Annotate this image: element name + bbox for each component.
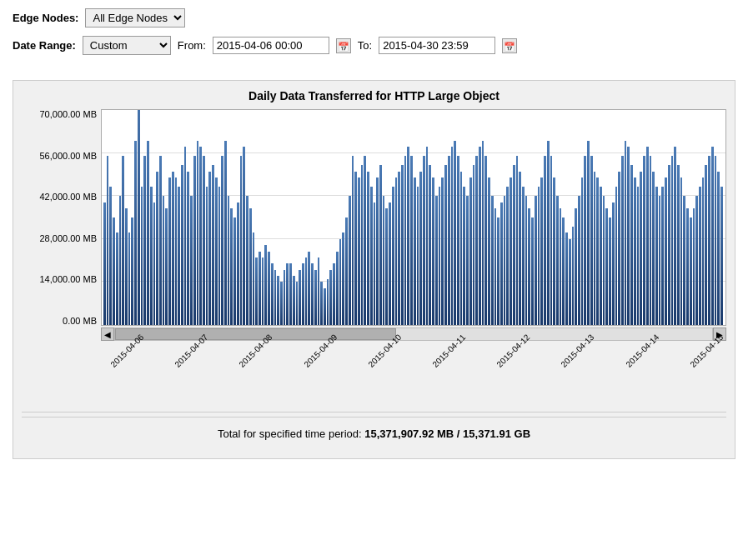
- bar: [479, 147, 481, 325]
- bar: [444, 165, 447, 325]
- y-axis-label: 42,000.00 MB: [40, 192, 98, 202]
- bar: [429, 165, 431, 325]
- bar: [621, 156, 624, 325]
- bar: [224, 141, 227, 325]
- bar: [364, 156, 366, 325]
- bar: [215, 178, 218, 325]
- bar: [690, 218, 692, 325]
- bar: [417, 187, 419, 325]
- bar: [178, 187, 180, 325]
- bar: [528, 208, 530, 325]
- bar: [165, 208, 168, 325]
- bar: [407, 147, 409, 325]
- bar: [590, 156, 593, 325]
- from-calendar-icon[interactable]: 📅: [336, 38, 351, 53]
- bar: [243, 147, 245, 325]
- bars-wrapper: [102, 110, 725, 325]
- bar: [605, 208, 608, 325]
- bar: [206, 187, 208, 325]
- bar: [637, 187, 640, 325]
- bar: [506, 187, 509, 325]
- bar: [435, 196, 438, 325]
- bar: [708, 156, 710, 325]
- bar: [693, 208, 695, 325]
- bar: [562, 218, 565, 325]
- bar: [695, 196, 698, 325]
- bar: [143, 156, 146, 325]
- bar: [705, 165, 707, 325]
- footer-divider: [22, 412, 726, 412]
- bar: [565, 232, 568, 325]
- bar: [715, 156, 717, 325]
- bar: [320, 282, 323, 325]
- bar: [125, 208, 128, 325]
- bar: [240, 156, 243, 325]
- bar: [720, 187, 723, 325]
- to-label: To:: [358, 39, 372, 52]
- bar: [271, 263, 274, 325]
- bar: [640, 172, 642, 325]
- total-line: Total for specified time period: 15,371,…: [22, 417, 726, 450]
- bar: [221, 156, 223, 325]
- bar: [661, 187, 664, 325]
- bar: [510, 178, 512, 325]
- bar: [296, 282, 299, 325]
- from-label: From:: [178, 39, 206, 52]
- bar: [208, 172, 211, 325]
- y-axis-label: 28,000.00 MB: [40, 233, 98, 243]
- bar: [367, 172, 369, 325]
- to-input[interactable]: [379, 37, 495, 54]
- to-calendar-icon[interactable]: 📅: [502, 38, 517, 53]
- bar: [218, 187, 221, 325]
- bar: [540, 178, 543, 325]
- bar: [168, 178, 171, 325]
- bar: [379, 165, 382, 325]
- bar: [274, 270, 277, 325]
- from-input[interactable]: [213, 37, 329, 54]
- date-range-select[interactable]: Custom Last 7 Days Last 30 Days This Mon…: [83, 36, 171, 55]
- bar: [627, 147, 630, 325]
- bar: [550, 156, 553, 325]
- bar: [488, 178, 490, 325]
- bar: [699, 187, 701, 325]
- bar: [230, 208, 233, 325]
- edge-nodes-select[interactable]: All Edge Nodes: [85, 8, 185, 28]
- scrollbar-thumb[interactable]: [115, 328, 396, 340]
- bar: [404, 156, 407, 325]
- bar: [264, 245, 267, 325]
- bar: [324, 288, 326, 325]
- bar: [107, 156, 109, 325]
- bar: [423, 156, 425, 325]
- bar: [302, 263, 304, 325]
- bar: [432, 178, 434, 325]
- bar: [525, 196, 528, 325]
- bar: [318, 258, 320, 325]
- bar: [116, 232, 118, 325]
- bar: [711, 147, 714, 325]
- bar: [625, 141, 627, 325]
- bar: [482, 141, 484, 325]
- bar: [299, 270, 301, 325]
- y-axis-label: 56,000.00 MB: [40, 151, 98, 161]
- bar: [339, 239, 342, 325]
- scroll-left-arrow[interactable]: ◀: [101, 328, 114, 341]
- bar: [159, 156, 162, 325]
- bar: [615, 187, 618, 325]
- bar: [314, 270, 317, 325]
- bar: [630, 165, 633, 325]
- bar: [634, 178, 636, 325]
- bar: [308, 252, 310, 325]
- bar: [578, 196, 580, 325]
- x-labels-row: 2015-04-062015-04-072015-04-082015-04-09…: [101, 341, 726, 357]
- y-axis-label: 0.00 MB: [63, 316, 97, 326]
- y-axis-label: 14,000.00 MB: [40, 274, 98, 284]
- bar: [643, 156, 645, 325]
- bar: [249, 208, 252, 325]
- bar: [553, 178, 555, 325]
- total-value: 15,371,907.92 MB / 15,371.91 GB: [364, 428, 530, 440]
- bar: [504, 196, 506, 325]
- bar: [460, 172, 463, 325]
- bar: [119, 196, 122, 325]
- bar: [587, 141, 590, 325]
- bar: [233, 218, 236, 325]
